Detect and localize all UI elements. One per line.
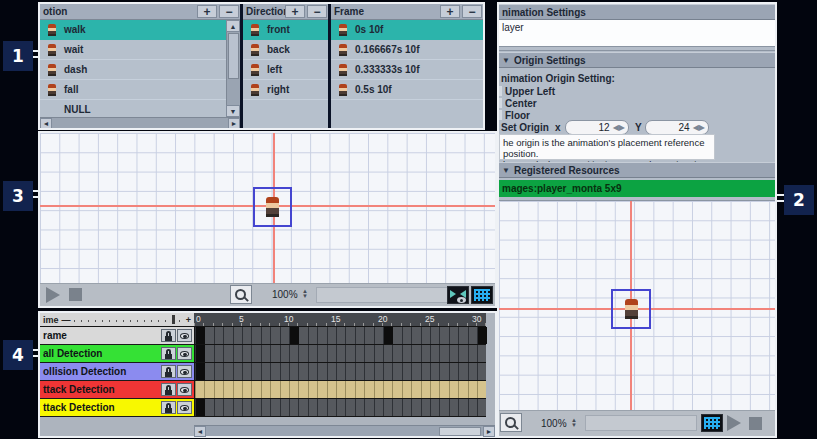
- direction-item-front[interactable]: front: [243, 20, 328, 40]
- direction-remove-button[interactable]: −: [307, 5, 327, 18]
- motion-item-walk[interactable]: walk: [40, 20, 240, 40]
- scroll-right-button[interactable]: ►: [483, 426, 495, 437]
- timeline-horizontal-scrollbar[interactable]: ◄ ►: [194, 425, 495, 436]
- motion-add-button[interactable]: +: [197, 5, 217, 18]
- frame-item-3[interactable]: 0.5s 10f: [331, 80, 483, 100]
- slider-handle-icon[interactable]: [172, 315, 175, 324]
- scrollbar-thumb[interactable]: [228, 33, 239, 79]
- direction-item-back[interactable]: back: [243, 40, 328, 60]
- zoom-tool-button[interactable]: [230, 285, 252, 304]
- lock-button[interactable]: [161, 401, 176, 414]
- preview-zoom-level: 100%: [272, 289, 298, 300]
- origin-settings-title: Origin Settings: [514, 55, 586, 66]
- motion-vertical-scrollbar[interactable]: ▲ ▼: [226, 20, 240, 117]
- visibility-button[interactable]: [177, 329, 192, 342]
- resource-canvas[interactable]: [499, 200, 775, 410]
- motion-horizontal-scrollbar[interactable]: ◄ ►: [40, 117, 240, 128]
- onion-skin-button[interactable]: [447, 286, 469, 304]
- track-label-frame[interactable]: rame: [40, 327, 194, 345]
- scroll-right-button[interactable]: ►: [228, 118, 240, 128]
- scroll-left-button[interactable]: ◄: [194, 426, 206, 437]
- timeline-zoom-in[interactable]: +: [186, 315, 191, 325]
- keyframe-marker[interactable]: [196, 399, 205, 416]
- direction-item-right[interactable]: right: [243, 80, 328, 100]
- preview-canvas[interactable]: [40, 133, 495, 283]
- visibility-button[interactable]: [177, 365, 192, 378]
- origin-option-floor[interactable]: Floor: [499, 110, 775, 122]
- spin-right-icon[interactable]: ▶: [619, 123, 625, 132]
- timeline-ruler[interactable]: 0 5 10 15 20 25 30: [194, 313, 486, 327]
- track-cells-wall-detection[interactable]: [194, 345, 486, 363]
- scrollbar-thumb[interactable]: [439, 427, 481, 436]
- play-icon[interactable]: [727, 415, 741, 431]
- zoom-spinner[interactable]: ▲ ▼: [571, 418, 577, 428]
- grid-toggle-button[interactable]: [471, 286, 493, 304]
- track-label-attack-detection[interactable]: ttack Detection: [40, 381, 194, 399]
- keyframe-marker[interactable]: [384, 327, 393, 344]
- origin-settings-header[interactable]: ▼ Origin Settings: [499, 52, 775, 68]
- play-icon[interactable]: [46, 287, 60, 303]
- zoom-tool-button[interactable]: [500, 413, 522, 432]
- lock-button[interactable]: [161, 347, 176, 360]
- scroll-up-button[interactable]: ▲: [226, 20, 240, 32]
- origin-y-label: Y: [635, 122, 642, 133]
- sprite-selection-box[interactable]: [253, 187, 292, 227]
- frame-item-0[interactable]: 0s 10f: [331, 20, 483, 40]
- lock-button[interactable]: [161, 383, 176, 396]
- direction-add-button[interactable]: +: [285, 5, 305, 18]
- player-sprite[interactable]: [625, 299, 638, 319]
- timeline-zoom-out[interactable]: —: [62, 315, 71, 325]
- motion-item-dash[interactable]: dash: [40, 60, 240, 80]
- track-cells-collision-detection[interactable]: [194, 363, 486, 381]
- visibility-button[interactable]: [177, 347, 192, 360]
- visibility-button[interactable]: [177, 383, 192, 396]
- origin-option-center[interactable]: Center: [499, 98, 775, 110]
- resource-item-selected[interactable]: mages:player_monta 5x9: [499, 180, 775, 197]
- track-label-text: all Detection: [43, 348, 102, 359]
- scroll-down-button[interactable]: ▼: [226, 105, 240, 117]
- grid-toggle-button[interactable]: [701, 414, 723, 432]
- keyframe-marker[interactable]: [196, 345, 205, 362]
- track-cells-frame[interactable]: [194, 327, 486, 345]
- frame-item-1[interactable]: 0.166667s 10f: [331, 40, 483, 60]
- direction-item-label: right: [267, 84, 289, 95]
- origin-y-field[interactable]: 24 ◀ ▶: [645, 120, 709, 135]
- lock-button[interactable]: [161, 329, 176, 342]
- track-label-wall-detection[interactable]: all Detection: [40, 345, 194, 363]
- direction-item-left[interactable]: left: [243, 60, 328, 80]
- frame-remove-button[interactable]: −: [462, 5, 482, 18]
- eye-icon: [457, 297, 466, 303]
- origin-x-field[interactable]: 12 ◀ ▶: [565, 120, 629, 135]
- scroll-left-button[interactable]: ◄: [40, 118, 52, 128]
- track-cells-attack-detection[interactable]: [194, 381, 486, 399]
- visibility-button[interactable]: [177, 401, 192, 414]
- keyframe-marker[interactable]: [290, 327, 299, 344]
- player-sprite[interactable]: [266, 197, 279, 217]
- layer-row[interactable]: layer: [499, 20, 775, 46]
- spin-down-icon: ▼: [571, 423, 577, 428]
- zoom-spinner[interactable]: ▲ ▼: [302, 289, 308, 299]
- keyframe-marker[interactable]: [196, 363, 205, 380]
- character-icon: [48, 44, 56, 56]
- lock-button[interactable]: [161, 365, 176, 378]
- motion-item-wait[interactable]: wait: [40, 40, 240, 60]
- stop-icon[interactable]: [749, 417, 762, 430]
- track-label-attack-detection-2[interactable]: ttack Detection: [40, 399, 194, 417]
- callout-2: 2: [784, 185, 814, 215]
- resource-zoom-level: 100%: [541, 418, 567, 429]
- character-icon: [251, 44, 259, 56]
- track-cells-attack-detection-2[interactable]: [194, 399, 486, 417]
- spin-right-icon[interactable]: ▶: [699, 123, 705, 132]
- motion-item-fall[interactable]: fall: [40, 80, 240, 100]
- keyframe-marker[interactable]: [478, 327, 487, 344]
- track-label-collision-detection[interactable]: ollision Detection: [40, 363, 194, 381]
- registered-resources-header[interactable]: ▼ Registered Resources: [499, 162, 775, 178]
- timeline-zoom-slider[interactable]: [74, 315, 183, 324]
- frame-item-2[interactable]: 0.333333s 10f: [331, 60, 483, 80]
- origin-option-upper-left[interactable]: Upper Left: [499, 86, 775, 98]
- sprite-selection-box[interactable]: [611, 289, 651, 329]
- stop-icon[interactable]: [69, 288, 82, 301]
- keyframe-marker[interactable]: [196, 327, 205, 344]
- motion-remove-button[interactable]: −: [219, 5, 239, 18]
- frame-add-button[interactable]: +: [440, 5, 460, 18]
